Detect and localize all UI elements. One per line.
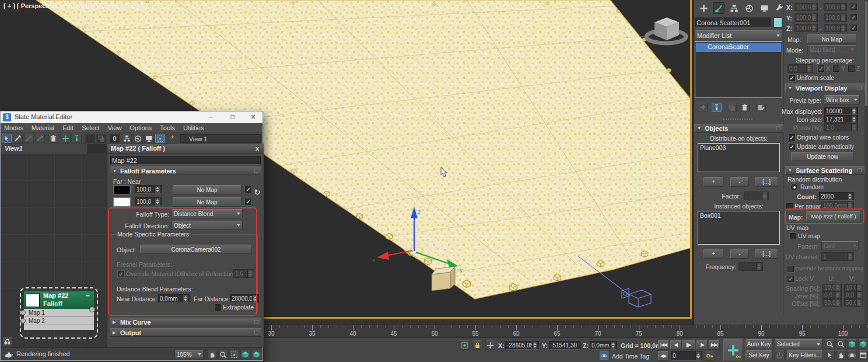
selection-region-icon[interactable] [460, 340, 470, 350]
scale-x-checkbox[interactable] [850, 4, 857, 10]
node-output-socket[interactable] [89, 307, 95, 312]
pattern-dropdown[interactable]: Grid [821, 241, 859, 250]
map-name-field[interactable]: Map #22 [110, 156, 261, 165]
zoom-extents-selected-icon[interactable] [251, 350, 261, 359]
pan-view-icon[interactable] [836, 350, 846, 360]
points-field[interactable]: 1,0 [824, 123, 858, 131]
front-map-checkbox[interactable] [245, 186, 251, 193]
node-slot-map1[interactable]: Map 1 [24, 309, 94, 317]
spacing-v-field[interactable]: 10,0 [844, 284, 863, 291]
zoom-all-icon[interactable] [836, 339, 846, 349]
show-shaded-material-icon[interactable] [85, 134, 95, 143]
modifier-list-dropdown[interactable]: Modifier List [695, 30, 782, 40]
menu-material[interactable]: Material [32, 124, 54, 131]
near-distance-field[interactable]: 0,0mm [158, 294, 190, 303]
zoom-viewport-icon[interactable] [825, 339, 835, 349]
distribute-objects-list[interactable]: Plane003 [698, 143, 780, 172]
side-color-swatch[interactable] [113, 197, 131, 207]
node-input-socket[interactable] [20, 310, 26, 315]
viewcube[interactable] [646, 18, 686, 43]
coord-z-spinner[interactable] [610, 342, 615, 349]
falloff-parameters-rollout[interactable]: ▼Falloff Parameters [110, 166, 261, 175]
coord-x-field[interactable]: -28605,05 [505, 341, 539, 350]
layout-all-icon[interactable] [72, 134, 82, 143]
field-of-view-icon[interactable] [825, 350, 835, 360]
go-to-end-button[interactable]: ▶▶| [709, 340, 720, 350]
scale-z-max-field[interactable]: 100,0 [824, 24, 847, 32]
zoom-extents-tool-icon[interactable] [240, 350, 250, 359]
jitter-u-field[interactable]: 0,0 [822, 291, 842, 299]
select-tool-icon[interactable] [2, 134, 12, 143]
node-view-tab[interactable]: View1 [1, 144, 88, 154]
ior-field[interactable]: 1,6 [233, 269, 254, 278]
selection-lock-icon[interactable] [473, 340, 482, 350]
menu-select[interactable]: Select [82, 124, 100, 131]
factor-field[interactable] [744, 192, 769, 200]
icon-size-field[interactable]: 17,321 [824, 115, 858, 123]
coord-x-spinner[interactable] [532, 342, 537, 349]
parameter-panel-close-icon[interactable]: x [256, 145, 259, 152]
far-distance-field[interactable]: 20000,0n [230, 294, 259, 303]
render-map-icon[interactable]: * [167, 134, 177, 143]
pin-stack-icon[interactable] [698, 103, 708, 112]
side-map-checkbox[interactable] [245, 199, 251, 205]
frame-nudge-button[interactable]: ◀▶ [658, 351, 668, 361]
scale-map-button[interactable]: No Map [807, 34, 856, 44]
scale-z-checkbox[interactable] [850, 25, 857, 31]
distribute-remove-button[interactable]: - [730, 177, 749, 187]
close-button[interactable]: × [246, 112, 260, 121]
random-radio[interactable] [791, 184, 797, 190]
go-to-start-button[interactable]: |◀◀ [658, 340, 669, 350]
navigator-find-icon[interactable] [2, 337, 12, 346]
next-frame-button[interactable]: |▶ [696, 340, 708, 350]
tab-create-icon[interactable] [698, 2, 709, 14]
timeline-ruler[interactable]: 30 35 40 45 50 55 60 65 70 75 80 85 90 9… [264, 325, 868, 337]
scale-y-checkbox[interactable] [850, 14, 857, 20]
front-amount-spinner[interactable] [155, 186, 160, 193]
absolute-offset-icon[interactable] [485, 340, 495, 350]
stepping-x-checkbox[interactable] [818, 65, 824, 72]
assign-material-icon[interactable] [35, 134, 45, 143]
zoom-region-tool-icon[interactable] [229, 350, 239, 359]
show-end-result-icon[interactable] [712, 103, 722, 112]
minimize-button[interactable]: – [204, 113, 218, 121]
jitter-v-field[interactable]: 0,0 [844, 291, 863, 299]
menu-edit[interactable]: Edit [62, 124, 74, 131]
key-mode-icon[interactable] [775, 350, 785, 360]
pan-tool-icon[interactable] [207, 350, 217, 359]
delete-selected-icon[interactable] [48, 134, 58, 143]
auto-key-button[interactable]: Auto Key [746, 339, 772, 349]
object-name-field[interactable]: Corona Scatter001 [695, 18, 771, 27]
stepping-field[interactable]: 0,0 [788, 64, 813, 73]
update-auto-checkbox[interactable] [789, 144, 795, 150]
per-square-field[interactable]: 100,0mm [821, 201, 854, 210]
instanced-objects-list[interactable]: Box001 [698, 211, 780, 245]
zoom-extents-all-icon[interactable] [858, 339, 867, 349]
coord-y-field[interactable]: -51541,30 [549, 341, 580, 350]
far-distance-spinner[interactable] [252, 295, 257, 302]
menu-modes[interactable]: Modes [4, 124, 23, 131]
previous-frame-button[interactable]: ◀| [670, 340, 681, 350]
node-preview-swatch[interactable] [26, 293, 40, 307]
zoom-tool-icon[interactable] [218, 350, 228, 359]
orbit-icon[interactable] [847, 350, 857, 360]
selection-set-dropdown[interactable]: Selected [775, 339, 822, 349]
instanced-add-button[interactable]: + [704, 249, 723, 259]
instanced-remove-button[interactable]: - [730, 249, 749, 259]
node-header[interactable]: Map #22 Falloff – [24, 291, 94, 309]
count-field[interactable]: 2000 [819, 192, 854, 201]
modifier-stack-item[interactable]: CoronaScatter [696, 43, 781, 52]
front-map-button[interactable]: No Map [173, 185, 242, 194]
object-color-swatch[interactable] [774, 18, 782, 27]
scale-x-min-field[interactable]: 100,0 [794, 3, 818, 11]
lock-v-checkbox[interactable] [788, 276, 794, 282]
swap-colors-icon[interactable]: ↻ [254, 187, 261, 197]
update-now-button[interactable]: Update now [791, 152, 854, 161]
move-children-icon[interactable] [61, 134, 71, 143]
viewport-label[interactable]: [ + ] [ Perspective ] [ Standard ] [ Edg… [4, 2, 148, 9]
show-background-icon[interactable] [96, 134, 106, 143]
side-map-button[interactable]: No Map [173, 197, 242, 207]
front-color-swatch[interactable] [113, 185, 131, 194]
node-slot-map2[interactable]: Map 2 [24, 317, 94, 325]
uv-map-checkbox[interactable] [790, 233, 796, 239]
